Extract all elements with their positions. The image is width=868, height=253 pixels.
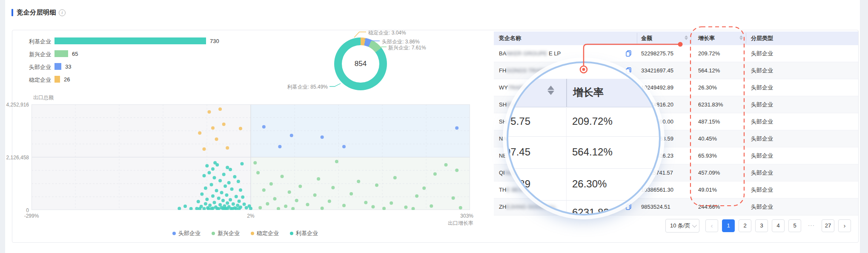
legend-dot-icon <box>172 232 176 235</box>
cell-growth: 487.15% <box>698 113 744 130</box>
section-title-row: 竞企分层明细 i <box>11 9 66 17</box>
scatter-point <box>328 200 331 203</box>
donut-slice-label: 稳定企业: 3.04% <box>368 29 424 37</box>
sort-up-caret <box>739 35 743 37</box>
name-text: BA <box>499 50 506 57</box>
lens-amount-value: 75.75 <box>507 115 530 127</box>
scatter-point <box>295 199 298 202</box>
scatter-point <box>245 206 248 210</box>
lens-growth-value: 564.12% <box>572 146 613 158</box>
lens-growth-value: 26.30% <box>572 178 607 190</box>
page-button[interactable]: 5 <box>788 219 801 232</box>
page-button[interactable]: 4 <box>772 219 785 232</box>
copy-icon[interactable] <box>626 67 631 74</box>
scatter-point <box>200 193 203 196</box>
column-header[interactable]: 金额 <box>641 32 652 45</box>
scatter-plot <box>32 104 470 210</box>
sort-up-caret <box>685 35 688 37</box>
sort-icon[interactable] <box>739 35 743 40</box>
scatter-point <box>203 147 206 151</box>
info-icon[interactable]: i <box>59 9 66 16</box>
cell-amount: 10386561.30 <box>641 181 689 198</box>
scatter-point <box>227 181 231 184</box>
legend-item[interactable]: 稳定企业 <box>251 230 279 237</box>
legend-item[interactable]: 新兴企业 <box>212 230 240 237</box>
scatter-point <box>253 161 257 164</box>
scatter-point <box>273 197 277 201</box>
cell-company-name: BANKER GROUPE E LP <box>499 45 622 62</box>
bar-value-label: 26 <box>64 76 70 83</box>
legend-item[interactable]: 利基企业 <box>290 230 318 237</box>
name-text: E LP <box>547 50 561 57</box>
legend-item[interactable]: 头部企业 <box>172 230 201 237</box>
scatter-point <box>197 200 200 203</box>
prev-page-button[interactable]: ‹ <box>705 219 718 232</box>
scatter-point <box>455 169 458 172</box>
page-button[interactable]: 1 <box>722 219 735 232</box>
scatter-point <box>266 202 269 205</box>
scatter-legend: 头部企业新兴企业稳定企业利基企业 <box>172 230 318 237</box>
next-page-button[interactable]: › <box>838 219 851 232</box>
bar-category-label: 新兴企业 <box>29 51 51 58</box>
scatter-point <box>235 195 238 198</box>
column-header[interactable]: 增长率 <box>698 32 715 45</box>
right-gutter <box>860 0 868 253</box>
scatter-point <box>281 175 284 178</box>
copy-icon[interactable] <box>626 50 631 57</box>
scatter-y-tick-zero: 0 <box>0 207 29 213</box>
scatter-point <box>215 138 218 141</box>
page-button[interactable]: 3 <box>755 219 768 232</box>
title-accent-bar <box>11 9 13 16</box>
legend-dot-icon <box>212 232 215 235</box>
scatter-point <box>331 186 335 190</box>
scatter-point <box>229 168 232 171</box>
donut-slice-label: 利基企业: 85.49% <box>283 83 328 91</box>
scatter-point <box>288 190 291 194</box>
scatter-point <box>233 175 236 178</box>
scatter-point <box>213 161 217 164</box>
cell-amount: 52298275.75 <box>641 45 689 62</box>
name-text: FH <box>499 67 506 74</box>
name-text: QI <box>499 170 505 176</box>
scatter-point <box>211 194 215 198</box>
scatter-y-tick-mid: 2,126,458 <box>0 155 29 161</box>
scatter-point <box>226 166 229 169</box>
scatter-point <box>422 187 426 190</box>
page-title: 竞企分层明细 <box>17 9 56 17</box>
cell-amount: 10249492.89 <box>641 79 689 96</box>
scatter-point <box>415 194 418 198</box>
lens-growth-value: 209.72% <box>572 115 613 127</box>
page-size-select[interactable]: 10 条/页 <box>665 219 699 233</box>
scatter-point <box>217 197 221 200</box>
cell-tier-type: 头部企业 <box>751 147 853 164</box>
scatter-point <box>211 126 215 130</box>
bar-category-label: 利基企业 <box>29 38 51 46</box>
scatter-y-tick-max: 4,252,916 <box>0 102 29 108</box>
scatter-point <box>213 201 216 204</box>
scatter-point <box>198 131 201 135</box>
scatter-point <box>230 187 234 191</box>
magnifier-lens: 增长率 75.75209.72%97.45564.12%8926.30%6231… <box>507 61 661 216</box>
bar-category-label: 头部企业 <box>29 63 51 71</box>
cell-tier-type: 头部企业 <box>751 113 853 130</box>
cell-growth: 49.01% <box>698 181 744 198</box>
cell-growth: 244.66% <box>698 198 744 215</box>
scatter-point <box>183 204 187 208</box>
page-button-last[interactable]: 27 <box>822 219 834 232</box>
scatter-x-tick-min: -299% <box>21 213 42 219</box>
page-button[interactable]: 2 <box>739 219 751 232</box>
header-divider <box>746 33 746 44</box>
scatter-point <box>204 202 207 205</box>
copy-icon[interactable] <box>626 204 631 210</box>
scatter-point <box>452 196 455 200</box>
scatter-point <box>208 110 211 114</box>
scatter-point <box>222 173 226 176</box>
name-text: NA <box>499 135 507 142</box>
sort-icon[interactable] <box>685 35 688 40</box>
scatter-point <box>262 188 266 192</box>
name-text: WY <box>499 84 508 91</box>
blurred-name-segment: EJIANG GOODS <box>506 204 548 210</box>
column-header[interactable]: 分层类型 <box>751 32 773 45</box>
table-row[interactable]: BANKER GROUPE E LP52298275.75209.72%头部企业 <box>494 45 858 62</box>
column-header[interactable]: 竞企名称 <box>499 32 521 45</box>
